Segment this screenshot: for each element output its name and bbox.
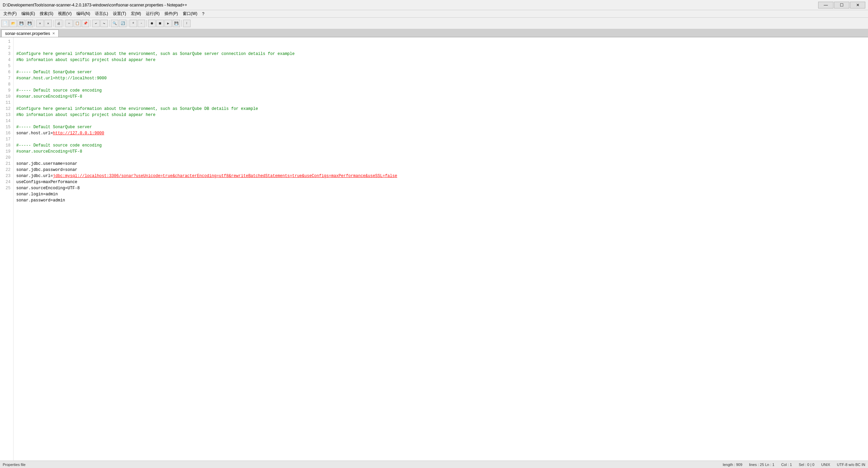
open-file-button[interactable]: 📂: [9, 20, 17, 27]
code-line-17: #sonar.sourceEncoding=UTF-8: [16, 149, 865, 155]
status-lines: lines : 25 Ln : 1: [749, 463, 774, 467]
find-button[interactable]: 🔍: [111, 20, 118, 27]
status-bar: Properties file length : 909 lines : 25 …: [0, 461, 868, 468]
status-encoding: UTF-8 w/o BC IN: [837, 463, 865, 467]
redo-button[interactable]: ↪: [100, 20, 108, 27]
code-line-19: sonar.jdbc.username=sonar: [16, 161, 865, 167]
cut-button[interactable]: ✂: [65, 20, 73, 27]
copy-button[interactable]: 📋: [74, 20, 81, 27]
menu-item-w[interactable]: 窗口(W): [181, 10, 199, 17]
tab-bar: sonar-scanner.properties ✕: [0, 29, 868, 37]
toolbar-sep-8: [181, 20, 182, 27]
window-title: D:\DevelopementTools\sonar-scanner-4.2.0…: [3, 3, 187, 7]
menu-item-r[interactable]: 运行(R): [144, 10, 162, 17]
code-area[interactable]: #Configure here general information abou…: [14, 37, 868, 461]
menu-item-[interactable]: ?: [200, 11, 206, 17]
macro-save-button[interactable]: 💾: [173, 20, 180, 27]
menu-item-v[interactable]: 视图(V): [56, 10, 74, 17]
code-line-4: #----- Default SonarQube server: [16, 69, 865, 75]
code-line-12: [16, 118, 865, 124]
toolbar-sep-2: [53, 20, 54, 27]
toolbar-sep-7: [146, 20, 147, 27]
macro-play-button[interactable]: ▶: [164, 20, 172, 27]
zoom-in-button[interactable]: +: [130, 20, 137, 27]
status-length: length : 909: [723, 463, 743, 467]
menu-item-l[interactable]: 语言(L): [93, 10, 110, 17]
status-col: Col : 1: [781, 463, 792, 467]
menu-item-s[interactable]: 搜索(S): [38, 10, 55, 17]
code-line-1: #Configure here general information abou…: [16, 51, 865, 57]
tab-close-button[interactable]: ✕: [52, 32, 55, 35]
code-line-11: #No information about specific project s…: [16, 112, 865, 118]
tab-label: sonar-scanner.properties: [5, 31, 50, 36]
code-line-5: #sonar.host.url=http://localhost:9000: [16, 75, 865, 81]
toolbar: 📄 📂 💾 💾 ✕ ✕ 🖨 ✂ 📋 📌 ↩ ↪ 🔍 🔄 + - ⏺ ⏹ ▶ 💾 …: [0, 18, 868, 29]
code-line-25: sonar.password=admin: [16, 197, 865, 203]
menu-item-p[interactable]: 插件(P): [162, 10, 180, 17]
code-line-14: sonar.host.url=http://127.0.0.1:9000: [16, 130, 865, 136]
code-line-8: #sonar.sourceEncoding=UTF-8: [16, 94, 865, 100]
menu-item-t[interactable]: 设置(T): [111, 10, 128, 17]
menu-item-n[interactable]: 编码(N): [74, 10, 92, 17]
toolbar-sep-5: [109, 20, 110, 27]
code-line-10: #Configure here general information abou…: [16, 106, 865, 112]
line-numbers: 1234567891011121314151617181920212223242…: [0, 37, 14, 461]
code-line-18: [16, 155, 865, 161]
menu-item-m[interactable]: 宏(M): [129, 10, 143, 17]
print-button[interactable]: 🖨: [55, 20, 62, 27]
sync-scroll-button[interactable]: ↕: [183, 20, 191, 27]
menu-bar: 文件(F)编辑(E)搜索(S)视图(V)编码(N)语言(L)设置(T)宏(M)运…: [0, 10, 868, 18]
maximize-button[interactable]: ☐: [834, 2, 849, 8]
toolbar-sep-3: [64, 20, 64, 27]
editor-container: 1234567891011121314151617181920212223242…: [0, 37, 868, 461]
title-bar: D:\DevelopementTools\sonar-scanner-4.2.0…: [0, 0, 868, 10]
macro-stop-button[interactable]: ⏹: [156, 20, 164, 27]
new-file-button[interactable]: 📄: [1, 20, 9, 27]
code-line-6: [16, 81, 865, 87]
close-button-tb[interactable]: ✕: [36, 20, 44, 27]
toolbar-sep-6: [128, 20, 128, 27]
code-line-22: useConfigs=maxPerformance: [16, 179, 865, 185]
code-line-20: sonar.jdbc.password=sonar: [16, 167, 865, 173]
zoom-out-button[interactable]: -: [138, 20, 145, 27]
toolbar-sep-1: [35, 20, 35, 27]
code-line-16: #----- Default source code encoding: [16, 142, 865, 149]
save-all-button[interactable]: 💾: [26, 20, 33, 27]
status-line-ending: UNIX: [821, 463, 830, 467]
code-line-3: [16, 63, 865, 69]
close-all-button[interactable]: ✕: [44, 20, 52, 27]
close-button[interactable]: ✕: [850, 2, 865, 8]
tab-properties[interactable]: sonar-scanner.properties ✕: [1, 30, 59, 37]
code-line-7: #----- Default source code encoding: [16, 87, 865, 94]
undo-button[interactable]: ↩: [92, 20, 100, 27]
code-line-24: sonar.login=admin: [16, 191, 865, 197]
find-replace-button[interactable]: 🔄: [119, 20, 126, 27]
code-line-21: sonar.jdbc.url=jdbc:mysql://localhost:33…: [16, 173, 865, 179]
file-type: Properties file: [3, 463, 25, 467]
toolbar-sep-4: [91, 20, 91, 27]
paste-button[interactable]: 📌: [82, 20, 89, 27]
status-sel: Sel : 0 | 0: [799, 463, 814, 467]
code-line-23: sonar.sourceEncoding=UTF-8: [16, 185, 865, 191]
status-right: length : 909 lines : 25 Ln : 1 Col : 1 S…: [723, 463, 865, 467]
window-controls: — ☐ ✕: [818, 2, 865, 8]
minimize-button[interactable]: —: [818, 2, 833, 8]
save-button[interactable]: 💾: [18, 20, 25, 27]
code-line-9: [16, 100, 865, 106]
menu-item-f[interactable]: 文件(F): [1, 10, 19, 17]
code-line-15: [16, 136, 865, 142]
code-line-13: #----- Default SonarQube server: [16, 124, 865, 130]
macro-record-button[interactable]: ⏺: [148, 20, 156, 27]
menu-item-e[interactable]: 编辑(E): [19, 10, 37, 17]
code-line-2: #No information about specific project s…: [16, 57, 865, 63]
